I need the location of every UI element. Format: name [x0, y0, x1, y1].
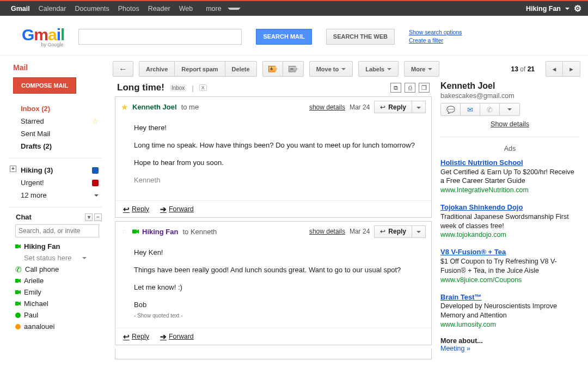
user-menu[interactable]: Hiking Fan ⚙: [526, 3, 581, 14]
call-phone[interactable]: ✆Call phone: [15, 264, 102, 275]
show-details-link[interactable]: show details: [309, 228, 345, 235]
message-date: Mar 24: [350, 228, 370, 235]
contact-name: Kenneth Joel: [440, 81, 579, 91]
chat-contact[interactable]: Arielle: [15, 275, 102, 286]
message-body: Hey there! Long time no speak. How have …: [115, 117, 431, 200]
contact-actions: 💬 ✉ ✆: [440, 103, 520, 116]
chat-contact[interactable]: Paul: [15, 309, 102, 321]
chat-button[interactable]: 💬: [441, 103, 461, 115]
label-plus-icon: +: [268, 66, 277, 72]
print-icon[interactable]: ⎙: [405, 83, 415, 93]
report-spam-button[interactable]: Report spam: [175, 61, 225, 77]
labels-more[interactable]: 12 more: [9, 189, 102, 201]
reply-button[interactable]: ↩Reply: [374, 225, 412, 238]
topnav-photos[interactable]: Photos: [114, 5, 144, 13]
settings-gear-icon[interactable]: ⚙: [574, 3, 581, 14]
reply-menu-button[interactable]: [412, 225, 426, 238]
forward-link[interactable]: ➔Forward: [160, 332, 194, 341]
chat-contact[interactable]: Emily: [15, 286, 102, 298]
chat-search-input[interactable]: [15, 224, 99, 237]
message-body: Hey Ken! Things have been really good! A…: [115, 242, 431, 328]
chat-pop-icon[interactable]: ▾: [85, 213, 93, 221]
reply-link[interactable]: ↩Reply: [123, 332, 149, 341]
search-mail-button[interactable]: SEARCH MAIL: [256, 29, 311, 45]
more-button[interactable]: More: [404, 61, 439, 77]
presence-icon: [15, 313, 21, 318]
nav-sent[interactable]: Sent Mail: [9, 127, 102, 140]
sender-name[interactable]: Kenneth Joel: [132, 103, 177, 111]
labels-button[interactable]: Labels: [358, 61, 399, 77]
next-button[interactable]: ►: [563, 61, 580, 77]
reply-arrow-icon: ↩: [123, 205, 130, 213]
expand-all-icon[interactable]: ❐: [419, 83, 430, 93]
delete-button[interactable]: Delete: [225, 61, 257, 77]
topnav-reader[interactable]: Reader: [144, 5, 175, 13]
star-icon[interactable]: ☆: [121, 227, 128, 236]
new-window-icon[interactable]: ⧉: [390, 83, 401, 93]
chat-min-icon[interactable]: −: [94, 213, 102, 221]
message: ☆ Hiking Fan to Kenneth show details Mar…: [115, 221, 432, 345]
reply-button[interactable]: ↩Reply: [374, 101, 412, 113]
camera-icon: [15, 244, 21, 249]
show-search-options-link[interactable]: Show search options: [409, 28, 462, 36]
show-quoted-link[interactable]: - Show quoted text -: [134, 311, 424, 320]
expand-icon[interactable]: +: [10, 166, 16, 172]
email-button[interactable]: ✉: [461, 103, 480, 115]
reply-compose-box[interactable]: [115, 349, 432, 359]
right-panel: Kenneth Joel bakescakes@gmail.com 💬 ✉ ✆ …: [440, 81, 579, 359]
star-icon[interactable]: ★: [121, 102, 128, 112]
compose-mail-button[interactable]: COMPOSE MAIL: [13, 77, 76, 94]
recipient: to Kenneth: [182, 228, 217, 236]
topnav-documents[interactable]: Documents: [70, 5, 113, 13]
subject-row: Long time! Inbox | X ⧉ ⎙ ❐: [115, 81, 432, 96]
label-chip[interactable]: Inbox: [170, 84, 186, 91]
contact-more-button[interactable]: [500, 103, 519, 115]
ad-item[interactable]: Tojokan Shinkendo DojoTraditional Japane…: [440, 203, 579, 240]
archive-button[interactable]: Archive: [139, 61, 175, 77]
arrow-left-icon: ←: [119, 64, 127, 74]
contact-show-details[interactable]: Show details: [440, 120, 579, 128]
chat-contact[interactable]: aanalouei: [15, 321, 102, 332]
sender-name[interactable]: Hiking Fan: [142, 228, 178, 236]
ad-item[interactable]: Holistic Nutrition SchoolGet Certified &…: [440, 158, 579, 195]
remove-label-button[interactable]: −: [283, 61, 304, 77]
nav-drafts[interactable]: Drafts (2): [9, 140, 102, 152]
star-icon: ☆: [92, 117, 99, 125]
label-hiking[interactable]: +Hiking (3): [9, 164, 102, 176]
reply-menu-button[interactable]: [412, 101, 426, 113]
subject: Long time!: [117, 82, 164, 93]
create-filter-link[interactable]: Create a filter: [409, 36, 462, 45]
chat-self[interactable]: Hiking Fan: [15, 241, 102, 252]
chat-status[interactable]: Set status here: [15, 252, 102, 264]
topnav-web[interactable]: Web: [175, 5, 197, 13]
forward-link[interactable]: ➔Forward: [160, 205, 194, 213]
remove-label-icon[interactable]: X: [199, 84, 207, 91]
message: ★ Kenneth Joel to me show details Mar 24…: [115, 96, 432, 218]
more-about-link[interactable]: Meeting »: [440, 345, 470, 352]
add-label-button[interactable]: +: [262, 61, 283, 77]
label-urgent[interactable]: Urgent!: [9, 176, 102, 189]
prev-button[interactable]: ◄: [546, 61, 563, 77]
move-to-button[interactable]: Move to: [309, 61, 353, 77]
reply-link[interactable]: ↩Reply: [123, 205, 149, 213]
nav-starred[interactable]: Starred ☆: [9, 115, 102, 127]
gmail-logo: Gmail by Google: [22, 26, 64, 47]
chat-contact[interactable]: Michael: [15, 298, 102, 309]
topnav-calendar[interactable]: Calendar: [34, 5, 71, 13]
search-web-button[interactable]: SEARCH THE WEB: [326, 29, 395, 45]
topnav-more[interactable]: more: [197, 5, 245, 13]
search-input[interactable]: [78, 29, 242, 45]
chat-list: Hiking Fan Set status here ✆Call phone A…: [9, 241, 102, 332]
sidebar-section-mail[interactable]: Mail: [13, 63, 102, 72]
nav-inbox[interactable]: Inbox (2): [9, 102, 102, 115]
thread-counter: 13 of 21: [511, 65, 535, 73]
label-color-icon: [92, 180, 99, 186]
presence-icon: [15, 301, 21, 307]
topnav: Gmail Calendar Documents Photos Reader W…: [7, 5, 245, 13]
back-button[interactable]: ←: [113, 61, 133, 77]
call-button[interactable]: ✆: [480, 103, 500, 115]
ad-item[interactable]: V8 V-Fusion® + Tea$1 Off Coupon to Try R…: [440, 247, 579, 284]
ad-item[interactable]: Brain Test™Developed by Neuroscientists …: [440, 292, 579, 329]
topnav-gmail[interactable]: Gmail: [7, 5, 34, 13]
show-details-link[interactable]: show details: [309, 103, 345, 111]
